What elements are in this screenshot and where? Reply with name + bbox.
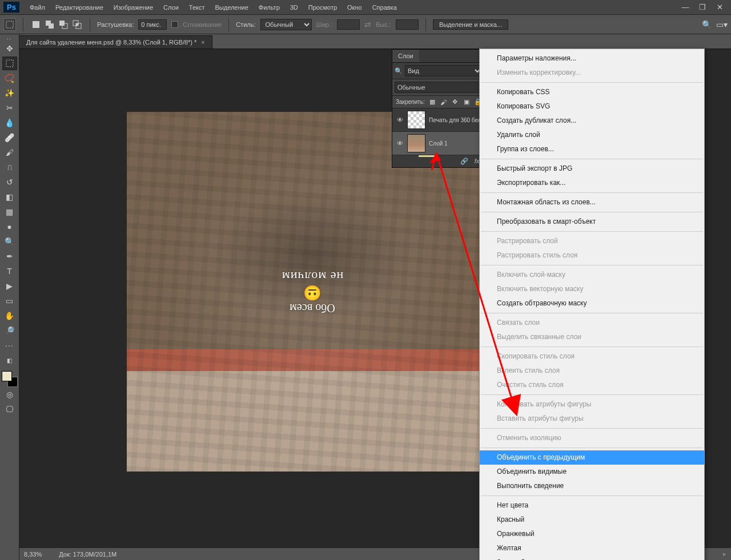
menu-image[interactable]: Изображение <box>109 2 158 13</box>
default-colors-icon[interactable]: ◧ <box>2 353 17 367</box>
context-menu-item[interactable]: Создать обтравочную маску <box>480 296 704 311</box>
menu-layers[interactable]: Слои <box>159 2 183 13</box>
foreground-color-swatch[interactable] <box>2 371 12 381</box>
search-icon[interactable]: 🔍 <box>702 20 712 29</box>
context-menu-separator <box>481 448 703 448</box>
quickmask-icon[interactable]: ◎ <box>2 388 17 401</box>
menu-3d[interactable]: 3D <box>286 2 303 13</box>
layers-tab[interactable]: Слои <box>392 50 419 62</box>
link-layers-icon[interactable]: 🔗 <box>460 158 469 165</box>
main-area: ›› ✥ 📿 ✨ ✂ 💧 🩹 🖌 ⎍ ↺ ◧ ▦ ● 🔍 ✒ T ▶ ▭ ✋ 🔎… <box>0 34 731 560</box>
minimize-button[interactable]: — <box>677 2 693 13</box>
feather-input[interactable] <box>138 19 167 30</box>
context-menu-item[interactable]: Нет цвета <box>480 498 704 513</box>
context-menu-item[interactable]: Выполнить сведение <box>480 479 704 493</box>
fg-bg-colors[interactable] <box>2 371 18 387</box>
selection-add-icon[interactable] <box>44 19 55 30</box>
context-menu-item[interactable]: Группа из слоев... <box>480 142 704 156</box>
context-menu-item[interactable]: Преобразовать в смарт-объект <box>480 215 704 229</box>
lock-brush-icon[interactable]: 🖌 <box>440 99 448 106</box>
close-tab-icon[interactable]: × <box>201 39 204 46</box>
context-menu-item[interactable]: Зеленый <box>480 555 704 560</box>
context-menu-item[interactable]: Параметры наложения... <box>480 51 704 66</box>
select-and-mask-button[interactable]: Выделение и маска... <box>433 19 508 30</box>
lock-pixels-icon[interactable]: ▩ <box>428 98 436 106</box>
close-button[interactable]: ✕ <box>712 2 728 13</box>
rectangle-tool[interactable]: ▭ <box>2 294 17 308</box>
menu-edit[interactable]: Редактирование <box>51 2 108 13</box>
workspace-switcher-icon[interactable]: ▭▾ <box>716 20 728 29</box>
brush-tool[interactable]: 🖌 <box>2 146 17 159</box>
lasso-tool[interactable]: 📿 <box>2 71 17 85</box>
marquee-tool-preset-icon[interactable] <box>3 18 16 31</box>
clone-stamp-tool[interactable]: ⎍ <box>2 160 17 174</box>
style-select[interactable]: Обычный <box>260 19 312 30</box>
selection-subtract-icon[interactable] <box>58 19 69 30</box>
move-tool[interactable]: ✥ <box>2 42 17 55</box>
healing-brush-tool[interactable]: 🩹 <box>2 131 17 144</box>
context-menu-separator <box>481 192 703 193</box>
status-menu-icon[interactable]: ▸ <box>723 550 726 558</box>
screenmode-icon[interactable]: 🖵 <box>2 402 17 416</box>
selection-new-icon[interactable] <box>30 19 42 30</box>
magic-wand-tool[interactable]: ✨ <box>2 86 17 100</box>
context-menu-separator <box>481 82 703 83</box>
visibility-icon[interactable]: 👁 <box>396 140 404 147</box>
gradient-tool[interactable]: ▦ <box>2 205 17 219</box>
context-menu-separator <box>481 313 703 313</box>
crop-tool[interactable]: ✂ <box>2 101 17 115</box>
selection-mode-icons <box>30 19 83 30</box>
edit-toolbar[interactable]: ··· <box>2 339 17 352</box>
menu-view[interactable]: Просмотр <box>304 2 342 13</box>
blur-tool[interactable]: ● <box>2 220 17 233</box>
svg-rect-9 <box>6 60 13 67</box>
context-menu-item[interactable]: Быстрый экспорт в JPG <box>480 162 704 176</box>
context-menu-item[interactable]: Монтажная область из слоев... <box>480 195 704 210</box>
context-menu-item[interactable]: Экспортировать как... <box>480 176 704 190</box>
lock-artboard-icon[interactable]: ▣ <box>463 98 471 106</box>
context-menu-item[interactable]: Копировать SVG <box>480 99 704 114</box>
dodge-tool[interactable]: 🔍 <box>2 235 17 248</box>
eraser-tool[interactable]: ◧ <box>2 190 17 204</box>
context-menu-item[interactable]: Создать дубликат слоя... <box>480 114 704 128</box>
context-menu-item[interactable]: Объединить с предыдущим <box>480 450 704 465</box>
doc-info[interactable]: Док: 173,0M/201,1M <box>59 551 117 558</box>
type-tool[interactable]: T <box>2 264 17 278</box>
rectangular-marquee-tool[interactable] <box>2 57 17 70</box>
menu-file[interactable]: Файл <box>25 2 50 13</box>
search-kind-icon: 🔍 <box>395 67 403 75</box>
layer-thumbnail[interactable] <box>407 134 425 152</box>
context-menu-item[interactable]: Копировать CSS <box>480 85 704 99</box>
context-menu-item[interactable]: Удалить слой <box>480 128 704 142</box>
feather-label: Растушевка: <box>97 21 134 28</box>
height-label: Выс.: <box>376 21 391 28</box>
menu-select[interactable]: Выделение <box>211 2 253 13</box>
menu-text[interactable]: Текст <box>184 2 210 13</box>
menu-window[interactable]: Окно <box>343 2 367 13</box>
path-selection-tool[interactable]: ▶ <box>2 279 17 293</box>
menu-help[interactable]: Справка <box>368 2 401 13</box>
lock-position-icon[interactable]: ✥ <box>451 98 459 106</box>
context-menu-item[interactable]: Красный <box>480 513 704 527</box>
eyedropper-tool[interactable]: 💧 <box>2 116 17 130</box>
context-menu-item[interactable]: Оранжевый <box>480 527 704 541</box>
maximize-button[interactable]: ❐ <box>694 2 710 13</box>
layer-filter-select[interactable]: Вид <box>405 65 483 76</box>
zoom-tool[interactable]: 🔎 <box>2 324 17 337</box>
zoom-level[interactable]: 8,33% <box>24 551 42 558</box>
visibility-icon[interactable]: 👁 <box>396 116 404 123</box>
layer-context-menu: Параметры наложения...Изменить корректир… <box>479 49 705 560</box>
context-menu-item[interactable]: Объединить видимые <box>480 465 704 479</box>
layer-thumbnail[interactable] <box>407 111 425 129</box>
pen-tool[interactable]: ✒ <box>2 249 17 263</box>
selection-intersect-icon[interactable] <box>71 19 83 30</box>
svg-rect-8 <box>76 23 78 26</box>
context-menu-item[interactable]: Желтая <box>480 541 704 555</box>
menu-filter[interactable]: Фильтр <box>254 2 284 13</box>
history-brush-tool[interactable]: ↺ <box>2 175 17 189</box>
document-tab[interactable]: Для сайта удаление меня.psd @ 8,33% (Сло… <box>19 35 212 49</box>
context-menu-separator <box>481 428 703 429</box>
hand-tool[interactable]: ✋ <box>2 309 17 323</box>
toolbar-grip-icon[interactable]: ›› <box>4 37 15 41</box>
context-menu-item: Включить векторную маску <box>480 282 704 296</box>
